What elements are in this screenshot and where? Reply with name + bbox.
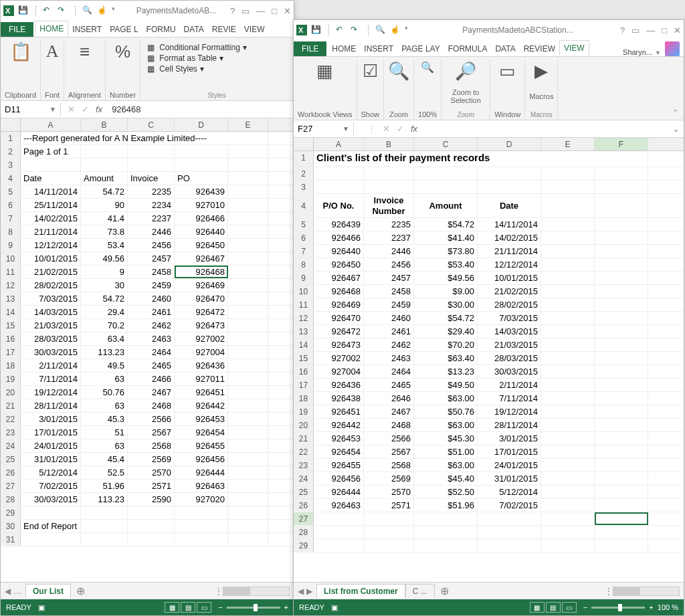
cell[interactable]: 10/01/2015 (478, 272, 541, 284)
cell[interactable]: 2459 (128, 279, 175, 292)
maximize-icon[interactable]: □ (272, 6, 277, 16)
cell[interactable] (228, 346, 268, 358)
save-icon[interactable]: 💾 (311, 25, 322, 35)
zoom-slider[interactable] (227, 607, 280, 609)
cell[interactable]: 45.3 (81, 413, 128, 425)
cell[interactable]: 14/02/2015 (21, 212, 81, 225)
row-header[interactable]: 12 (1, 279, 21, 292)
cell[interactable]: 2467 (364, 405, 414, 418)
cell[interactable] (81, 506, 128, 519)
alignment-icon[interactable]: ≡ (80, 41, 90, 62)
cell[interactable] (595, 405, 648, 418)
cell[interactable]: Invoice Number (364, 194, 414, 217)
cell[interactable]: 17/01/2015 (478, 445, 541, 458)
cell[interactable] (228, 239, 268, 251)
sheet-tab-active[interactable]: Our List (25, 584, 71, 598)
sheet-nav-ellipsis[interactable]: … (13, 587, 21, 596)
cell[interactable]: 2467 (128, 386, 175, 399)
col-header-C[interactable]: C (414, 138, 478, 150)
cell[interactable]: 45.4 (81, 453, 128, 466)
row-header[interactable]: 20 (294, 419, 314, 431)
hscroll-thumb[interactable] (223, 587, 250, 595)
chevron-down-icon[interactable]: ▼ (50, 106, 56, 113)
cell[interactable] (595, 392, 648, 405)
cell[interactable]: 2571 (364, 499, 414, 512)
macro-record-icon[interactable]: ▣ (331, 603, 338, 612)
row-header[interactable]: 27 (294, 512, 314, 525)
print-preview-icon[interactable]: 🔍 (82, 5, 93, 16)
col-header-B[interactable]: B (81, 118, 128, 131)
cell[interactable]: 926454 (314, 445, 364, 458)
col-header-C[interactable]: C (128, 118, 175, 131)
cell[interactable] (228, 225, 268, 238)
cell[interactable]: 926436 (314, 379, 364, 391)
cell[interactable]: 2456 (364, 258, 414, 271)
review-tab[interactable]: REVIEW (520, 41, 559, 56)
cell[interactable]: Amount (414, 194, 478, 217)
cell[interactable]: 2463 (364, 352, 414, 365)
cell[interactable]: 63 (81, 373, 128, 385)
cell[interactable]: 2568 (128, 439, 175, 452)
cell[interactable] (228, 480, 268, 492)
cell[interactable] (228, 145, 268, 158)
cell[interactable] (541, 526, 595, 538)
cell[interactable] (541, 285, 595, 298)
font-icon[interactable]: A (46, 41, 59, 62)
cell[interactable]: $51.00 (414, 445, 478, 458)
cell[interactable] (541, 352, 595, 365)
row-header[interactable]: 21 (1, 399, 21, 412)
cell[interactable]: 926453 (175, 413, 228, 425)
cell[interactable] (228, 279, 268, 292)
cell[interactable]: 9 (81, 266, 128, 278)
cell[interactable] (541, 218, 595, 231)
cell[interactable]: 2446 (128, 225, 175, 238)
cell[interactable] (175, 145, 228, 158)
cell[interactable] (595, 512, 648, 525)
cell[interactable] (595, 499, 648, 512)
hscroll-thumb[interactable] (613, 587, 640, 595)
cell[interactable] (81, 533, 128, 546)
col-header-A[interactable]: A (314, 138, 364, 150)
cell[interactable] (228, 386, 268, 399)
cell[interactable]: 2/11/2014 (478, 379, 541, 391)
cell[interactable] (595, 298, 648, 311)
window-group[interactable]: ▭ Window (490, 60, 525, 120)
cell[interactable] (21, 159, 81, 171)
cancel-formula-icon[interactable]: ✕ (383, 124, 390, 134)
cell[interactable]: 2569 (128, 453, 175, 466)
cell[interactable] (541, 298, 595, 311)
cell[interactable] (228, 185, 268, 198)
cell[interactable]: 21/11/2014 (478, 245, 541, 258)
cell[interactable] (228, 413, 268, 425)
cell[interactable]: 113.23 (81, 346, 128, 358)
touch-mode-icon[interactable]: ☝ (390, 25, 401, 35)
cell[interactable]: 2460 (364, 312, 414, 324)
cell[interactable]: 7/03/2015 (21, 292, 81, 305)
cell[interactable]: $63.40 (414, 352, 478, 365)
cell[interactable] (175, 533, 228, 546)
zoom-in-button[interactable]: + (284, 603, 288, 611)
cell[interactable]: $45.40 (414, 472, 478, 485)
cell[interactable]: 2458 (364, 285, 414, 298)
row-header[interactable]: 25 (294, 486, 314, 498)
cell[interactable] (228, 506, 268, 519)
cell[interactable]: 29.4 (81, 306, 128, 318)
minimize-icon[interactable]: — (646, 25, 655, 35)
file-tab[interactable]: FILE (1, 22, 33, 37)
enter-formula-icon[interactable]: ✓ (82, 104, 89, 114)
cell[interactable]: 2571 (128, 480, 175, 492)
row-header[interactable]: 23 (294, 459, 314, 472)
cell[interactable]: 926468 (175, 266, 228, 278)
cell[interactable] (595, 539, 648, 552)
cell[interactable] (228, 399, 268, 412)
cell[interactable] (228, 306, 268, 318)
sheet-nav-next-icon[interactable]: ▶ (306, 587, 312, 596)
cell[interactable] (541, 432, 595, 445)
row-header[interactable]: 9 (1, 239, 21, 251)
cell[interactable]: 927002 (175, 332, 228, 345)
cell[interactable] (595, 167, 648, 180)
cell[interactable]: 28/11/2014 (21, 399, 81, 412)
zoom-level[interactable]: 100 % (658, 603, 678, 611)
cell[interactable]: 2462 (364, 338, 414, 351)
fx-icon[interactable]: fx (411, 124, 423, 134)
